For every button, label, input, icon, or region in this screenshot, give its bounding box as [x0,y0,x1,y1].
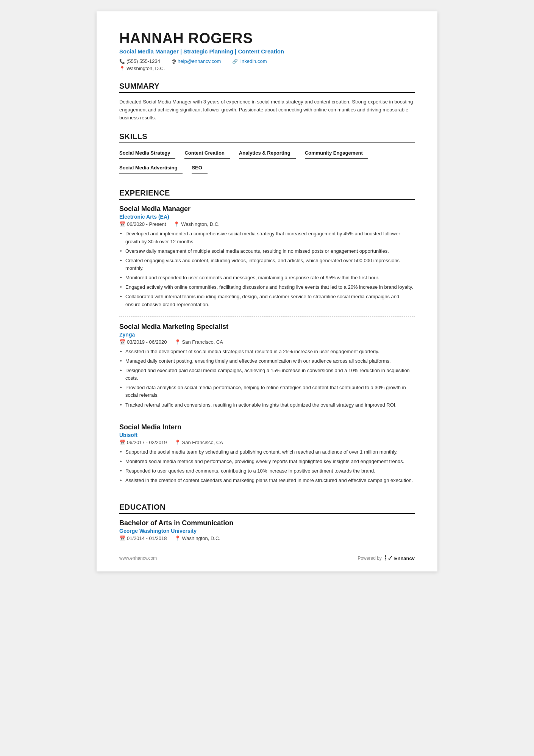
education-dates: 📅 01/2014 - 01/2018 [119,535,167,541]
skills-section: SKILLS Social Media Strategy Content Cre… [119,132,415,178]
summary-text: Dedicated Social Media Manager with 3 ye… [119,98,415,122]
job-1-bullet-6: Collaborated with internal teams includi… [119,293,415,308]
job-3-bullets: Supported the social media team by sched… [119,448,415,485]
header: HANNAH ROGERS Social Media Manager | Str… [119,30,415,71]
job-3-bullet-2: Monitored social media metrics and perfo… [119,458,415,465]
calendar-icon-2: 📅 [119,339,125,345]
calendar-icon-1: 📅 [119,221,125,227]
skill-2: Content Creation [184,149,230,159]
contact-row-1: 📞 (555) 555-1234 @ help@enhancv.com 🔗 li… [119,58,415,64]
job-1-bullet-4: Monitored and responded to user comments… [119,274,415,282]
job-3-bullet-3: Responded to user queries and comments, … [119,467,415,475]
linkedin-item: 🔗 linkedin.com [232,58,267,64]
job-2-bullet-1: Assisted in the development of social me… [119,348,415,355]
job-2-meta: 📅 03/2019 - 06/2020 📍 San Francisco, CA [119,339,415,345]
job-1: Social Media Manager Electronic Arts (EA… [119,205,415,316]
job-1-bullet-5: Engaged actively with online communities… [119,283,415,291]
job-3: Social Media Intern Ubisoft 📅 06/2017 - … [119,423,415,493]
experience-section: EXPERIENCE Social Media Manager Electron… [119,189,415,492]
summary-section: SUMMARY Dedicated Social Media Manager w… [119,82,415,122]
job-3-meta: 📅 06/2017 - 02/2019 📍 San Francisco, CA [119,440,415,445]
linkedin-link[interactable]: linkedin.com [239,58,267,64]
location-value: Washington, D.C. [126,66,165,71]
powered-by-label: Powered by [358,556,381,561]
job-3-dates: 📅 06/2017 - 02/2019 [119,440,167,445]
education-degree: Bachelor of Arts in Communication [119,519,415,527]
job-1-bullet-1: Developed and implemented a comprehensiv… [119,230,415,245]
enhancv-icon: ⌇✓ [384,554,393,562]
job-3-location: 📍 San Francisco, CA [175,440,223,445]
skill-6: SEO [192,163,207,174]
job-3-title: Social Media Intern [119,423,415,431]
location-icon: 📍 [119,66,125,71]
job-2-bullet-2: Managed daily content posting, ensuring … [119,357,415,365]
candidate-title: Social Media Manager | Strategic Plannin… [119,48,415,55]
location-icon-3: 📍 [175,440,181,445]
experience-title: EXPERIENCE [119,189,415,200]
calendar-icon-edu: 📅 [119,535,125,541]
location-icon-2: 📍 [175,339,181,345]
education-location: 📍 Washington, D.C. [175,535,220,541]
job-2-company: Zynga [119,332,415,338]
job-2-location: 📍 San Francisco, CA [175,339,223,345]
job-2-bullet-3: Designed and executed paid social media … [119,367,415,382]
phone-item: 📞 (555) 555-1234 [119,58,160,64]
job-1-location: 📍 Washington, D.C. [173,221,219,227]
location-icon-edu: 📍 [175,535,181,541]
candidate-name: HANNAH ROGERS [119,30,415,47]
linkedin-icon: 🔗 [232,59,238,64]
email-link[interactable]: help@enhancv.com [178,58,221,64]
job-1-bullet-3: Created engaging visuals and content, in… [119,257,415,272]
phone-value: (555) 555-1234 [126,58,160,64]
skill-3: Analytics & Reporting [239,149,296,159]
calendar-icon-3: 📅 [119,440,125,445]
job-1-title: Social Media Manager [119,205,415,213]
job-3-company: Ubisoft [119,432,415,438]
education-entry-1: Bachelor of Arts in Communication George… [119,519,415,541]
footer-brand: Powered by ⌇✓ Enhancv [358,554,415,562]
education-title: EDUCATION [119,503,415,514]
job-3-bullet-1: Supported the social media team by sched… [119,448,415,456]
footer-website: www.enhancv.com [119,556,157,561]
skills-grid: Social Media Strategy Content Creation A… [119,149,415,178]
summary-title: SUMMARY [119,82,415,93]
skill-4: Community Engagement [305,149,368,159]
skill-1: Social Media Strategy [119,149,175,159]
skill-5: Social Media Advertising [119,163,183,174]
education-meta: 📅 01/2014 - 01/2018 📍 Washington, D.C. [119,535,415,541]
email-icon: @ [172,59,176,64]
job-2-title: Social Media Marketing Specialist [119,323,415,331]
phone-icon: 📞 [119,59,125,64]
resume-page: HANNAH ROGERS Social Media Manager | Str… [97,11,437,571]
job-2: Social Media Marketing Specialist Zynga … [119,323,415,417]
job-1-bullets: Developed and implemented a comprehensiv… [119,230,415,308]
location-icon-1: 📍 [173,221,180,227]
job-1-meta: 📅 06/2020 - Present 📍 Washington, D.C. [119,221,415,227]
job-1-dates: 📅 06/2020 - Present [119,221,166,227]
job-2-bullets: Assisted in the development of social me… [119,348,415,409]
contact-row-2: 📍 Washington, D.C. [119,66,415,71]
email-item: @ help@enhancv.com [172,58,221,64]
job-1-company: Electronic Arts (EA) [119,214,415,220]
job-3-bullet-4: Assisted in the creation of content cale… [119,477,415,484]
education-section: EDUCATION Bachelor of Arts in Communicat… [119,503,415,541]
job-2-dates: 📅 03/2019 - 06/2020 [119,339,167,345]
job-2-bullet-4: Provided data analytics on social media … [119,384,415,399]
education-school: George Washington University [119,528,415,534]
location-item: 📍 Washington, D.C. [119,66,165,71]
job-2-bullet-5: Tracked referral traffic and conversions… [119,401,415,409]
enhancv-brand-name: Enhancv [394,556,415,561]
enhancv-logo: ⌇✓ Enhancv [384,554,415,562]
job-1-bullet-2: Oversaw daily management of multiple soc… [119,247,415,255]
footer: www.enhancv.com Powered by ⌇✓ Enhancv [119,554,415,562]
skills-title: SKILLS [119,132,415,143]
